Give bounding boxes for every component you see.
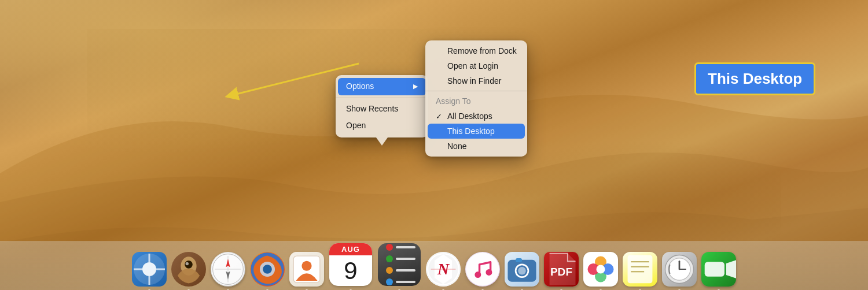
menu-item-open[interactable]: Open xyxy=(336,117,428,135)
svg-rect-28 xyxy=(516,258,522,262)
dock-icon-reminders[interactable] xyxy=(376,241,422,288)
svg-point-3 xyxy=(142,262,156,276)
svg-point-22 xyxy=(466,252,499,285)
dock-icon-launchpad[interactable] xyxy=(131,251,168,288)
sub-menu-item-all-desktops[interactable]: ✓ All Desktops xyxy=(425,109,527,124)
dock-icon-notes[interactable] xyxy=(621,251,659,288)
dock-icon-time-machine[interactable] xyxy=(661,251,698,288)
dock: AUG 9 xyxy=(0,238,868,290)
news-icon-img: N xyxy=(426,252,461,287)
svg-point-24 xyxy=(486,269,492,276)
svg-rect-43 xyxy=(705,262,724,277)
sub-menu-item-none[interactable]: None xyxy=(425,139,527,154)
svg-text:N: N xyxy=(437,260,450,278)
svg-point-15 xyxy=(263,265,272,274)
reminder-row xyxy=(386,267,415,274)
dock-icon-image-capture[interactable] xyxy=(503,251,540,288)
svg-rect-35 xyxy=(628,255,653,284)
check-icon: ✓ xyxy=(436,112,444,121)
context-submenu: Remove from Dock Open at Login Show in F… xyxy=(425,40,527,157)
dock-icon-news[interactable]: N xyxy=(425,251,462,288)
dock-icon-calendar[interactable]: AUG 9 xyxy=(328,241,374,288)
svg-line-1 xyxy=(231,64,359,95)
dock-icon-acrobat[interactable]: PDF xyxy=(543,251,580,288)
svg-point-23 xyxy=(475,272,481,278)
dock-icon-contacts[interactable] xyxy=(288,251,325,288)
dock-icon-facetime[interactable] xyxy=(700,251,737,288)
svg-point-34 xyxy=(597,265,605,274)
dock-icon-photos[interactable] xyxy=(582,251,619,288)
dock-icon-firefox[interactable] xyxy=(249,251,286,288)
callout-container: This Desktop xyxy=(347,62,468,95)
assign-to-label: Assign To xyxy=(425,94,527,109)
sub-menu-item-this-desktop[interactable]: This Desktop xyxy=(428,124,525,139)
svg-point-6 xyxy=(186,262,189,265)
callout-label: This Desktop xyxy=(694,62,815,95)
svg-marker-44 xyxy=(726,260,736,278)
calendar-month: AUG xyxy=(329,243,372,255)
svg-point-17 xyxy=(301,261,311,271)
reminder-row xyxy=(386,255,415,262)
reminder-row xyxy=(386,244,415,251)
sub-menu-item-remove-dock[interactable]: Remove from Dock xyxy=(425,43,527,58)
dock-icon-safari[interactable] xyxy=(209,251,247,288)
calendar-day: 9 xyxy=(329,255,372,286)
dock-icon-music[interactable] xyxy=(464,251,501,288)
context-menu-sub-panel: Remove from Dock Open at Login Show in F… xyxy=(425,40,527,157)
dock-icon-eagle[interactable] xyxy=(170,251,207,288)
svg-point-27 xyxy=(518,267,526,275)
reminder-row xyxy=(386,278,415,285)
svg-text:PDF: PDF xyxy=(550,266,572,278)
